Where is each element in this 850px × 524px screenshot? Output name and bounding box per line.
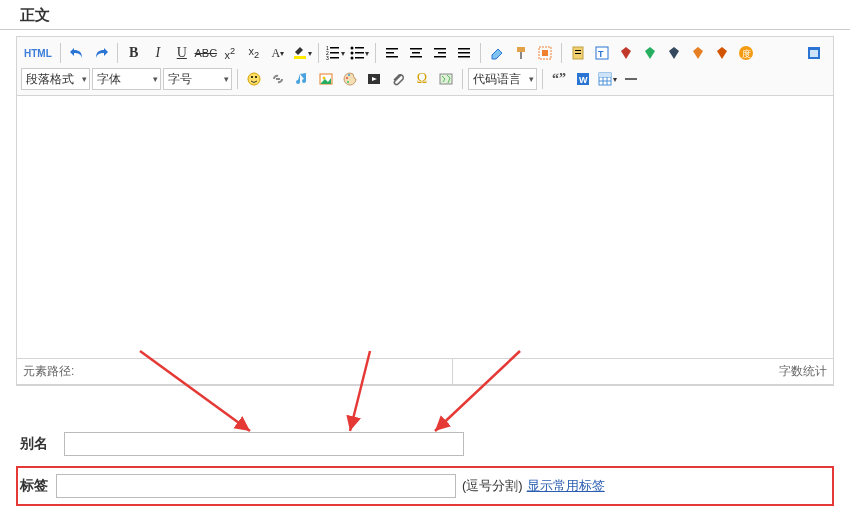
- svg-rect-0: [294, 56, 306, 59]
- tags-input[interactable]: [56, 474, 456, 498]
- element-path[interactable]: 元素路径:: [17, 359, 453, 385]
- tags-label: 标签: [18, 477, 56, 495]
- underline-button[interactable]: U: [171, 42, 193, 64]
- paragraph-select[interactable]: 段落格式▾: [21, 68, 90, 90]
- green-gem-icon[interactable]: [639, 42, 661, 64]
- baidu-icon[interactable]: 度: [735, 42, 757, 64]
- horizontal-rule-button[interactable]: [620, 68, 642, 90]
- superscript-button[interactable]: x2: [219, 42, 241, 64]
- svg-rect-6: [330, 57, 339, 59]
- svg-point-42: [346, 77, 348, 79]
- font-color-button[interactable]: A▾: [267, 42, 289, 64]
- editor-textarea[interactable]: [17, 96, 833, 358]
- svg-point-8: [350, 52, 353, 55]
- svg-rect-17: [412, 52, 420, 54]
- unordered-list-button[interactable]: ▾: [348, 42, 370, 64]
- svg-rect-36: [810, 50, 818, 57]
- svg-rect-24: [458, 56, 470, 58]
- video-button[interactable]: [363, 68, 385, 90]
- svg-point-37: [248, 73, 260, 85]
- table-button[interactable]: ▾: [596, 68, 618, 90]
- svg-rect-23: [458, 52, 470, 54]
- dark-gem-icon[interactable]: [663, 42, 685, 64]
- image-button[interactable]: [315, 68, 337, 90]
- alias-row: 别名: [0, 426, 850, 462]
- italic-button[interactable]: I: [147, 42, 169, 64]
- alias-input[interactable]: [64, 432, 464, 456]
- svg-point-7: [350, 47, 353, 50]
- svg-rect-55: [625, 78, 637, 80]
- svg-rect-4: [330, 47, 339, 49]
- svg-rect-12: [355, 57, 364, 59]
- ordered-list-button[interactable]: 123▾: [324, 42, 346, 64]
- svg-point-43: [348, 74, 350, 76]
- svg-point-38: [251, 76, 253, 78]
- bold-button[interactable]: B: [123, 42, 145, 64]
- svg-rect-14: [386, 52, 394, 54]
- editor-toolbar: HTML B I U ABC x2 x2 A▾ ▾ 123▾ ▾: [17, 37, 833, 96]
- svg-point-44: [347, 81, 349, 83]
- svg-text:T: T: [598, 49, 604, 59]
- font-size-select[interactable]: 字号▾: [163, 68, 232, 90]
- music-button[interactable]: [291, 68, 313, 90]
- select-all-button[interactable]: [534, 42, 556, 64]
- code-lang-select[interactable]: 代码语言▾: [468, 68, 537, 90]
- paste-word-button[interactable]: T: [591, 42, 613, 64]
- svg-text:度: 度: [742, 49, 751, 59]
- svg-rect-11: [355, 52, 364, 54]
- attachment-button[interactable]: [387, 68, 409, 90]
- fullscreen-button[interactable]: [803, 42, 825, 64]
- svg-rect-30: [575, 53, 581, 54]
- eraser-button[interactable]: [486, 42, 508, 64]
- word-count[interactable]: 字数统计: [453, 359, 833, 385]
- svg-rect-13: [386, 48, 398, 50]
- svg-rect-54: [599, 73, 611, 77]
- svg-rect-20: [438, 52, 446, 54]
- tags-row: 标签 (逗号分割) 显示常用标签: [16, 466, 834, 506]
- align-justify-button[interactable]: [453, 42, 475, 64]
- svg-rect-10: [355, 47, 364, 49]
- svg-rect-46: [440, 74, 452, 84]
- align-center-button[interactable]: [405, 42, 427, 64]
- svg-rect-19: [434, 48, 446, 50]
- svg-point-39: [255, 76, 257, 78]
- show-common-tags-link[interactable]: 显示常用标签: [527, 477, 605, 495]
- undo-button[interactable]: [66, 42, 88, 64]
- red2-gem-icon[interactable]: [711, 42, 733, 64]
- emoji-button[interactable]: [243, 68, 265, 90]
- alias-label: 别名: [20, 435, 54, 453]
- svg-rect-18: [410, 56, 422, 58]
- source-mode-button[interactable]: HTML: [21, 42, 55, 64]
- blockquote-button[interactable]: “”: [548, 68, 570, 90]
- subscript-button[interactable]: x2: [243, 42, 265, 64]
- word-import-button[interactable]: W: [572, 68, 594, 90]
- highlight-button[interactable]: ▾: [291, 42, 313, 64]
- font-family-select[interactable]: 字体▾: [92, 68, 161, 90]
- tags-hint: (逗号分割): [462, 477, 523, 495]
- red-gem-icon[interactable]: [615, 42, 637, 64]
- special-char-button[interactable]: Ω: [411, 68, 433, 90]
- align-left-button[interactable]: [381, 42, 403, 64]
- orange-gem-icon[interactable]: [687, 42, 709, 64]
- palette-button[interactable]: [339, 68, 361, 90]
- editor-container: HTML B I U ABC x2 x2 A▾ ▾ 123▾ ▾: [0, 30, 850, 386]
- redo-button[interactable]: [90, 42, 112, 64]
- svg-text:W: W: [579, 75, 588, 85]
- map-button[interactable]: [435, 68, 457, 90]
- link-button[interactable]: [267, 68, 289, 90]
- svg-rect-15: [386, 56, 398, 58]
- paste-plain-button[interactable]: [567, 42, 589, 64]
- format-brush-button[interactable]: [510, 42, 532, 64]
- svg-rect-5: [330, 52, 339, 54]
- strikethrough-button[interactable]: ABC: [195, 42, 217, 64]
- svg-rect-29: [575, 50, 581, 51]
- svg-rect-27: [542, 50, 548, 56]
- svg-rect-25: [520, 52, 522, 59]
- svg-rect-16: [410, 48, 422, 50]
- svg-text:3: 3: [326, 55, 329, 61]
- section-title: 正文: [0, 0, 850, 30]
- svg-point-9: [350, 57, 353, 60]
- svg-rect-21: [434, 56, 446, 58]
- svg-rect-22: [458, 48, 470, 50]
- align-right-button[interactable]: [429, 42, 451, 64]
